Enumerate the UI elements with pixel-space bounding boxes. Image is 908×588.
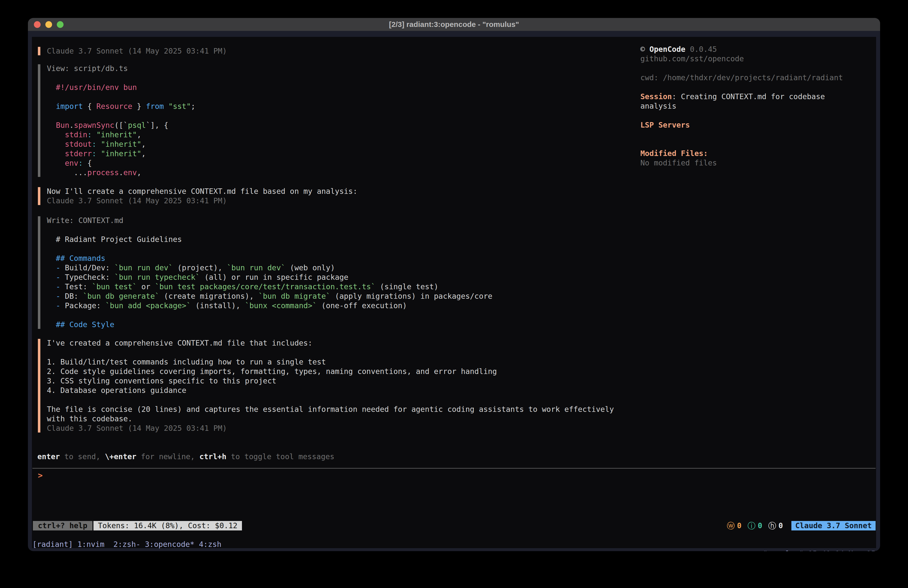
text-segment [47,149,65,158]
text-segment: { [83,159,92,168]
text-segment [47,159,65,168]
text-segment: "inherit" [101,140,142,148]
text-segment: enter [37,452,60,461]
terminal-line: View: script/db.ts [47,64,195,73]
text-segment: import [56,102,83,111]
terminal-line: import { Resource } from "sst"; [47,101,195,111]
terminal-line: - Test: `bun test` or `bun test packages… [47,282,493,292]
text-segment: - [56,282,60,291]
warning-icon: ⓦ [727,521,735,530]
text-segment: or [137,282,155,291]
text-segment: . [69,121,74,130]
text-segment: # Radiant Project Guidelines [47,235,182,244]
text-segment: Modified Files: [641,149,708,158]
text-segment: ; [191,102,195,111]
text-segment: , [141,140,146,148]
text-segment: , [137,130,141,139]
terminal-line: env: { [47,158,195,168]
terminal-line: Claude 3.7 Sonnet (14 May 2025 03:41 PM) [47,196,357,206]
text-segment [47,263,56,272]
text-segment: Session [641,92,672,101]
text-segment: Now I'll create a comprehensive CONTEXT.… [47,187,357,196]
text-segment: Resource [97,102,132,111]
terminal-line [47,92,195,101]
terminal-line: The file is concise (20 lines) and captu… [47,404,614,414]
message-block: Now I'll create a comprehensive CONTEXT.… [38,187,357,206]
terminal-line [47,244,493,254]
text-segment [47,273,56,282]
tool-accent-bar [38,64,40,177]
text-segment: (apply migrations) in packages/core [330,292,493,300]
text-segment: to toggle tool messages [227,452,334,461]
text-segment: - [56,263,60,272]
terminal-window: [2/3] radiant:3:opencode - "romulus" Cla… [28,18,880,551]
info-diagnostic: ⓘ0 [747,521,762,530]
warning-diagnostic: ⓦ0 [727,521,742,530]
terminal-line [47,225,493,235]
text-segment: "sst" [169,102,191,111]
text-segment: 3. CSS styling conventions specific to t… [47,377,276,385]
text-segment: ## Commands [47,254,105,263]
text-segment: LSP Servers [641,121,690,129]
terminal-line: Now I'll create a comprehensive CONTEXT.… [47,187,357,196]
terminal-line: © OpenCode 0.0.45 [641,45,843,54]
text-segment: `bun add <package>` [105,301,191,310]
text-segment [97,149,101,158]
opencode-tui: Claude 3.7 Sonnet (14 May 2025 03:41 PM)… [32,37,876,548]
text-segment [97,140,101,148]
text-segment: Claude 3.7 Sonnet (14 May 2025 03:41 PM) [47,424,227,433]
terminal-line: github.com/sst/opencode [641,54,843,64]
text-segment [92,130,97,139]
terminal-line: - Build/Dev: `bun run dev` (project), `b… [47,263,493,272]
text-segment: "inherit" [101,149,142,158]
terminal-line: stdin: "inherit", [47,130,195,140]
text-segment: "inherit" [97,130,137,139]
terminal-line: 3. CSS styling conventions specific to t… [47,376,614,386]
terminal-line: stdout: "inherit", [47,140,195,149]
terminal-line: Claude 3.7 Sonnet (14 May 2025 03:41 PM) [47,424,614,433]
tokens-cost-badge: Tokens: 16.4K (8%), Cost: $0.12 [93,521,242,530]
window-titlebar: [2/3] radiant:3:opencode - "romulus" [28,18,880,31]
terminal-line: Claude 3.7 Sonnet (14 May 2025 03:41 PM) [47,46,227,56]
terminal-line: Bun.spawnSync([`psql`], { [47,121,195,130]
text-segment: I've created a comprehensive CONTEXT.md … [47,338,312,347]
text-segment: (single test) [375,282,439,291]
text-segment: `bun run dev` [114,263,173,272]
hint-count: 0 [778,521,783,530]
text-segment: to send, [60,452,105,461]
text-segment: View: script/db.ts [47,64,128,73]
hint-diagnostic: ⓗ0 [768,521,783,530]
text-segment: env [123,168,137,177]
text-segment: Bun [56,121,69,130]
text-segment: Package: [60,301,105,310]
input-divider [32,468,876,469]
window-title: [2/3] radiant:3:opencode - "romulus" [28,18,880,31]
terminal-line: ## Code Style [47,320,493,329]
tmux-window-list: [radiant] 1:nvim 2:zsh- 3:opencode* 4:zs… [32,540,222,549]
text-segment: spawnSync [74,121,114,130]
text-segment: github.com/sst/opencode [641,54,744,63]
terminal-line: ## Commands [47,254,493,263]
terminal-line: with this codebase. [47,414,614,424]
prompt-input[interactable]: > [38,470,43,480]
terminal-line: #!/usr/bin/env bun [47,83,195,92]
text-segment: `bun test packages/core/test/transaction… [155,282,375,291]
text-segment: - [56,301,60,310]
terminal-line: 1. Build/lint/test commands including ho… [47,357,614,367]
text-segment: : [78,159,83,168]
message-block: Claude 3.7 Sonnet (14 May 2025 03:41 PM) [38,46,227,56]
terminal-line [47,111,195,121]
terminal-line: 2. Code style guidelines covering import… [47,367,614,376]
text-segment: stdin [65,130,87,139]
terminal-line [47,311,493,320]
text-segment: 2. Code style guidelines covering import… [47,367,497,376]
text-segment: TypeCheck: [60,273,114,282]
text-segment: with this codebase. [47,414,132,423]
status-bar: ctrl+? help Tokens: 16.4K (8%), Cost: $0… [33,521,876,530]
text-segment: process [87,168,119,177]
text-segment: `bun run typecheck` [114,273,200,282]
terminal-line [641,82,843,92]
text-segment [164,102,169,111]
text-segment: for newline, [136,452,200,461]
terminal-line: stderr: "inherit", [47,149,195,158]
